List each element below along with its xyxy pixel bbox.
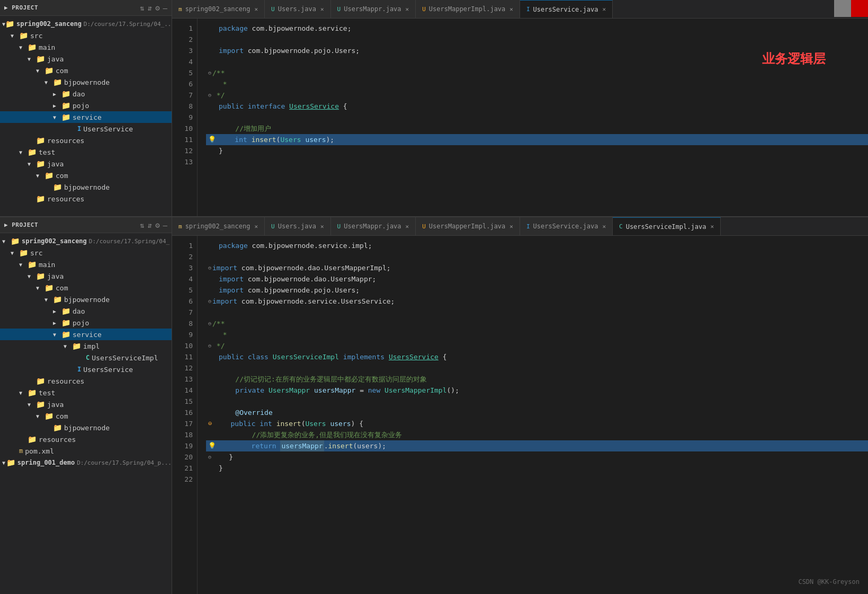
b-tree-item-bjpowernode[interactable]: ▼ 📁 bjpowernode — [0, 294, 172, 305]
bottom-line-numbers: 12345 678910 1112131415 1617181920 2122 — [172, 236, 198, 594]
b-tab-label-usersservice: UsersService.java — [533, 223, 598, 230]
bottom-tab-bar: m spring002_sanceng ✕ U Users.java ✕ U U… — [172, 217, 868, 236]
b-tree-item-root[interactable]: ▼ 📁 spring002_sanceng D:/course/17.Sprin… — [0, 235, 172, 247]
b-tab-icon-project: m — [178, 223, 182, 230]
top-line-numbers: 1234 5678 910111213 — [172, 19, 198, 216]
b-code-line-6: ⊖ import com.bjpowernode.service.UsersSe… — [206, 296, 868, 307]
b-tree-item-impl[interactable]: ▼ 📁 impl — [0, 340, 172, 352]
b-tab-close-usersservice[interactable]: ✕ — [602, 223, 606, 230]
tab-close-usersservice[interactable]: ✕ — [602, 6, 606, 13]
code-line-10: //增加用户 — [206, 123, 868, 134]
bottom-sidebar: ▶ Project ⇅ ⇵ ⚙ — ▼ 📁 spring002_sanceng … — [0, 217, 172, 594]
b-sync-icon[interactable]: ⇅ — [140, 221, 144, 229]
tab-usersmapperimpl[interactable]: U UsersMapperImpl.java ✕ — [416, 0, 520, 19]
tree-item-resources[interactable]: 📁 resources — [0, 135, 172, 146]
b-tab-close-usersmapperimpl[interactable]: ✕ — [509, 223, 513, 230]
tree-item-pojo[interactable]: ▶ 📁 pojo — [0, 100, 172, 111]
tab-close-usersmappr[interactable]: ✕ — [406, 6, 409, 13]
b-tab-project[interactable]: m spring002_sanceng ✕ — [172, 217, 265, 236]
b-tab-label-usersmappr: UsersMappr.java — [344, 223, 401, 230]
sort-icon[interactable]: ⇵ — [148, 4, 152, 12]
tab-close-project[interactable]: ✕ — [254, 6, 258, 13]
b-tree-item-test[interactable]: ▼ 📁 test — [0, 387, 172, 398]
tab-project[interactable]: m spring002_sanceng ✕ — [172, 0, 265, 19]
b-code-line-22 — [206, 474, 868, 485]
b-tab-usersmappr[interactable]: U UsersMappr.java ✕ — [331, 217, 416, 236]
tree-item-test-java[interactable]: ▼ 📁 java — [0, 158, 172, 170]
b-tree-item-dao[interactable]: ▶ 📁 dao — [0, 305, 172, 317]
b-tree-item-test-resources[interactable]: 📁 resources — [0, 433, 172, 445]
tree-item-root[interactable]: ▼ 📁 spring002_sanceng D:/course/17.Sprin… — [0, 18, 172, 30]
b-tab-close-project[interactable]: ✕ — [254, 223, 258, 230]
b-tree-item-service[interactable]: ▼ 📁 service — [0, 329, 172, 340]
top-project-label: ▶ Project — [4, 4, 140, 11]
b-code-line-11: public class UsersServiceImpl implements… — [206, 351, 868, 362]
tree-item-main[interactable]: ▼ 📁 main — [0, 41, 172, 53]
b-tree-item-pom[interactable]: m pom.xml — [0, 445, 172, 457]
code-line-12: } — [206, 145, 868, 156]
b-tab-close-usersserviceimpl[interactable]: ✕ — [710, 223, 714, 230]
b-tab-usersmapperimpl[interactable]: U UsersMapperImpl.java ✕ — [416, 217, 520, 236]
b-code-line-10: ⊖ */ — [206, 340, 868, 351]
tree-item-src[interactable]: ▼ 📁 src — [0, 30, 172, 41]
top-sidebar-header: ▶ Project ⇅ ⇵ ⚙ — — [0, 0, 172, 16]
b-tab-usersserviceimpl[interactable]: C UsersServiceImpl.java ✕ — [613, 217, 721, 236]
tab-close-users[interactable]: ✕ — [320, 6, 324, 13]
b-code-line-16: @Override — [206, 407, 868, 418]
b-tree-item-test-com[interactable]: ▼ 📁 com — [0, 410, 172, 422]
tab-close-usersmapperimpl[interactable]: ✕ — [509, 6, 513, 13]
bottom-code-area[interactable]: package com.bjpowernode.service.impl; ⊖ … — [198, 236, 868, 594]
b-tree-item-test-bjpowernode[interactable]: 📁 bjpowernode — [0, 422, 172, 433]
b-collapse-icon[interactable]: — — [163, 221, 167, 229]
b-tree-item-demo[interactable]: ▼ 📁 spring_001_demo D:/course/17.Spring/… — [0, 457, 172, 468]
tree-item-dao[interactable]: ▶ 📁 dao — [0, 88, 172, 100]
b-tab-users[interactable]: U Users.java ✕ — [265, 217, 331, 236]
bottom-sidebar-header: ▶ Project ⇅ ⇵ ⚙ — — [0, 217, 172, 233]
b-code-line-20: ⊖ } — [206, 451, 868, 463]
code-line-13 — [206, 156, 868, 167]
b-code-line-17: ⊖ public int insert(Users users) { — [206, 418, 868, 429]
b-tree-item-main[interactable]: ▼ 📁 main — [0, 259, 172, 270]
collapse-icon[interactable]: — — [163, 4, 167, 12]
tab-usersmappr[interactable]: U UsersMappr.java ✕ — [331, 0, 416, 19]
b-sort-icon[interactable]: ⇵ — [148, 221, 152, 229]
b-tab-close-usersmappr[interactable]: ✕ — [406, 223, 409, 230]
b-settings-icon[interactable]: ⚙ — [155, 221, 159, 229]
code-line-7: ⊖ */ — [206, 90, 868, 101]
b-tree-item-usersserviceimpl[interactable]: C UsersServiceImpl — [0, 352, 172, 364]
tree-item-com[interactable]: ▼ 📁 com — [0, 65, 172, 76]
tree-item-service[interactable]: ▼ 📁 service — [0, 111, 172, 123]
tree-item-test[interactable]: ▼ 📁 test — [0, 146, 172, 158]
b-tab-label-usersserviceimpl: UsersServiceImpl.java — [626, 223, 706, 230]
tree-item-test-bjpowernode[interactable]: 📁 bjpowernode — [0, 181, 172, 193]
b-code-line-18: //添加更复杂的业务,但是我们现在没有复杂业务 — [206, 429, 868, 440]
tab-usersservice[interactable]: I UsersService.java ✕ — [520, 0, 613, 19]
b-tree-item-com[interactable]: ▼ 📁 com — [0, 282, 172, 294]
bottom-editor: m spring002_sanceng ✕ U Users.java ✕ U U… — [172, 217, 868, 594]
b-tab-close-users[interactable]: ✕ — [320, 223, 324, 230]
tab-users[interactable]: U Users.java ✕ — [265, 0, 331, 19]
b-tab-usersservice[interactable]: I UsersService.java ✕ — [520, 217, 613, 236]
b-tab-icon-usersmappr: U — [337, 223, 341, 230]
tab-label-project: spring002_sanceng — [185, 5, 250, 13]
b-tree-item-pojo[interactable]: ▶ 📁 pojo — [0, 317, 172, 329]
tree-item-test-com[interactable]: ▼ 📁 com — [0, 170, 172, 181]
tree-item-java[interactable]: ▼ 📁 java — [0, 53, 172, 65]
b-tree-item-java[interactable]: ▼ 📁 java — [0, 270, 172, 282]
tab-icon-usersservice: I — [526, 6, 530, 13]
b-tree-item-test-java[interactable]: ▼ 📁 java — [0, 398, 172, 410]
top-code-area[interactable]: package com.bjpowernode.service; import … — [198, 19, 868, 216]
sync-icon[interactable]: ⇅ — [140, 4, 144, 12]
b-tree-item-src[interactable]: ▼ 📁 src — [0, 247, 172, 259]
b-code-line-1: package com.bjpowernode.service.impl; — [206, 240, 868, 251]
settings-icon[interactable]: ⚙ — [155, 4, 159, 12]
b-code-line-3: ⊖ import com.bjpowernode.dao.UsersMapper… — [206, 262, 868, 273]
b-tree-item-resources[interactable]: 📁 resources — [0, 375, 172, 387]
b-tree-item-usersservice[interactable]: I UsersService — [0, 364, 172, 375]
code-line-9 — [206, 112, 868, 123]
tree-item-bjpowernode[interactable]: ▼ 📁 bjpowernode — [0, 76, 172, 88]
tree-item-test-resources[interactable]: 📁 resources — [0, 193, 172, 205]
tree-item-usersservice[interactable]: I UsersService — [0, 123, 172, 135]
bottom-code-editor: 12345 678910 1112131415 1617181920 2122 … — [172, 236, 868, 594]
watermark: CSDN @KK-Greyson — [798, 577, 860, 588]
